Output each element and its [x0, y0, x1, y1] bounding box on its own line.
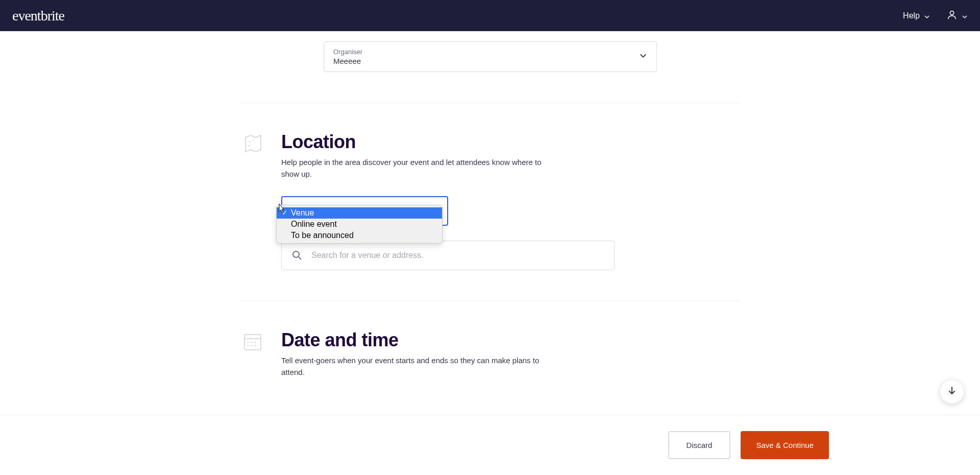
organiser-inner: Organiser Meeeee — [333, 48, 362, 65]
save-continue-button[interactable]: Save & Continue — [741, 431, 829, 459]
datetime-description: Tell event-goers when your event starts … — [281, 355, 547, 378]
map-icon — [240, 131, 265, 156]
svg-point-7 — [248, 345, 249, 347]
section-divider — [240, 103, 740, 103]
svg-point-2 — [293, 251, 299, 257]
arrow-down-icon — [947, 386, 957, 397]
datetime-title: Date and time — [281, 329, 740, 351]
chevron-down-icon — [924, 13, 930, 19]
svg-point-0 — [950, 11, 953, 14]
search-icon — [292, 250, 302, 260]
svg-point-5 — [251, 342, 253, 343]
app-header: eventbrite Help — [0, 0, 980, 31]
help-link[interactable]: Help — [903, 11, 930, 20]
svg-point-9 — [255, 345, 256, 347]
location-description: Help people in the area discover your ev… — [281, 157, 547, 180]
user-menu[interactable] — [946, 9, 968, 22]
organiser-select[interactable]: Organiser Meeeee — [324, 41, 657, 72]
organiser-label: Organiser — [333, 48, 362, 56]
svg-point-4 — [248, 342, 249, 343]
svg-rect-3 — [244, 335, 261, 350]
datetime-section: Date and time Tell event-goers when your… — [240, 329, 740, 378]
calendar-icon — [240, 329, 265, 354]
logo[interactable]: eventbrite — [12, 8, 64, 24]
location-body: Location Help people in the area discove… — [281, 131, 740, 270]
venue-search-field[interactable] — [281, 241, 615, 270]
location-option-venue[interactable]: Venue — [277, 207, 442, 219]
location-option-online[interactable]: Online event — [277, 219, 442, 230]
section-divider — [240, 301, 740, 301]
form-content: Organiser Meeeee Location Help people in… — [91, 41, 889, 378]
svg-point-6 — [255, 342, 256, 343]
location-title: Location — [281, 131, 740, 153]
footer-action-bar: Discard Save & Continue — [0, 415, 980, 475]
main-content: Organiser Meeeee Location Help people in… — [0, 41, 980, 378]
user-icon — [946, 9, 958, 22]
chevron-down-icon — [639, 52, 647, 62]
svg-point-1 — [249, 141, 251, 142]
datetime-body: Date and time Tell event-goers when your… — [281, 329, 740, 378]
location-options-dropdown: Venue Online event To be announced — [276, 205, 443, 244]
organiser-value: Meeeee — [333, 57, 362, 65]
discard-button[interactable]: Discard — [668, 431, 731, 459]
svg-point-8 — [251, 345, 253, 347]
chevron-down-icon — [962, 13, 968, 19]
venue-search-input[interactable] — [311, 251, 604, 260]
header-right: Help — [903, 9, 968, 22]
scroll-down-fab[interactable] — [940, 380, 964, 403]
help-label: Help — [903, 11, 920, 20]
location-section: Location Help people in the area discove… — [240, 131, 740, 270]
location-option-tba[interactable]: To be announced — [277, 230, 442, 241]
